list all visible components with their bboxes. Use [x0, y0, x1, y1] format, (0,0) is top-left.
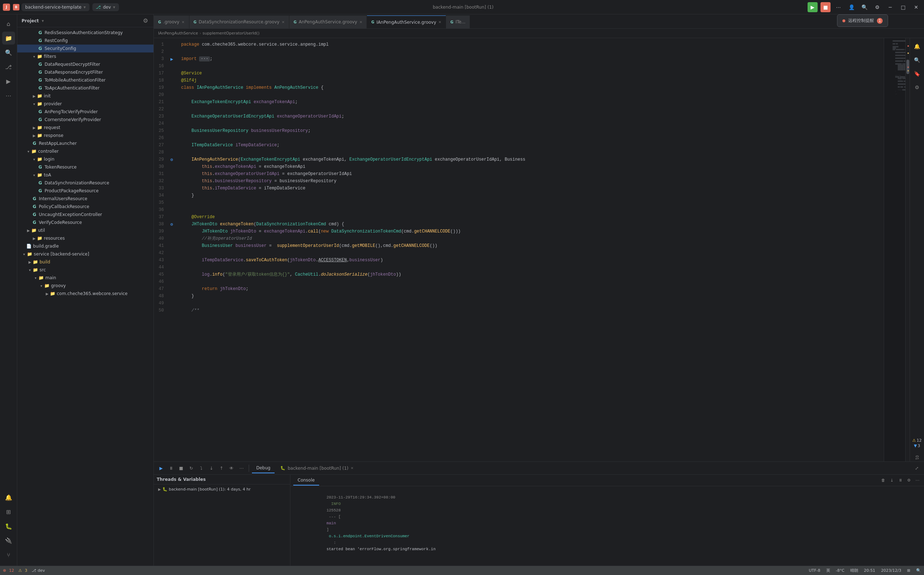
file-tree-content[interactable]: G RedisSessionAuthenticationStrategy G R…	[17, 27, 154, 565]
settings-button[interactable]: ⚙	[872, 2, 882, 12]
project-selector[interactable]: backend-service-template ▾	[22, 3, 89, 11]
tree-item-tomobileauth[interactable]: G ToMobileAuthenticationFilter	[17, 76, 154, 84]
tree-item-datarequestdecrypt[interactable]: G DataRequestDecryptFilter	[17, 60, 154, 68]
sidebar-icon-vcs[interactable]: ⎇	[2, 60, 15, 73]
branch-selector[interactable]: ⎇ dev ▾	[92, 3, 119, 11]
debug-pause-btn[interactable]: ⏸	[167, 464, 175, 473]
right-icon-settings[interactable]: ⚙	[912, 82, 922, 93]
debug-restart-btn[interactable]: ↻	[187, 464, 195, 473]
debug-session-item[interactable]: ▶ 🐛 backend-main [bootRun] (1): 4 days, …	[154, 486, 290, 493]
tree-item-init[interactable]: ▶ 📁 init	[17, 92, 154, 100]
console-pause-btn[interactable]: ⏸	[897, 477, 904, 484]
taskbar-search[interactable]: 🔍	[916, 568, 921, 573]
debug-more-btn[interactable]: ⋯	[237, 464, 246, 473]
tree-item-resources[interactable]: ▶ 📁 resources	[17, 234, 154, 242]
tree-item-filters[interactable]: ▾ 📁 filters	[17, 52, 154, 60]
tree-item-src[interactable]: ▾ 📁 src	[17, 266, 154, 274]
gutter-icon-29[interactable]: ⚙	[168, 156, 175, 163]
tree-item-buildgradle[interactable]: 📄 build.gradle	[17, 242, 154, 250]
statusbar-encoding[interactable]: UTF-8	[809, 568, 820, 573]
sidebar-icon-search[interactable]: 🔍	[2, 46, 15, 59]
tab-groovy-1[interactable]: G .groovy ✕	[154, 16, 189, 29]
tree-item-response[interactable]: ▶ 📁 response	[17, 132, 154, 140]
tab-close-3[interactable]: ✕	[359, 20, 362, 24]
maximize-button[interactable]: □	[898, 2, 908, 12]
notification-bar[interactable]: 远程控制提醒 1	[837, 14, 888, 27]
tab-ite[interactable]: G ITe...	[446, 16, 470, 29]
gutter-icon-37[interactable]: ⚙	[168, 221, 175, 228]
sidebar-icon-debug[interactable]: 🐛	[2, 519, 15, 532]
tree-item-policycallback[interactable]: G PolicyCallbackResource	[17, 203, 154, 211]
tree-item-groovy[interactable]: ▾ 📁 groovy	[17, 282, 154, 290]
sidebar-icon-home[interactable]: ⌂	[2, 17, 15, 30]
debug-resume-btn[interactable]: ▶	[157, 464, 165, 473]
tree-item-provider[interactable]: ▾ 📁 provider	[17, 100, 154, 108]
tree-item-productpackage[interactable]: G ProductPackageResource	[17, 187, 154, 195]
console-tab[interactable]: Console	[293, 475, 319, 486]
right-icon-search[interactable]: 🔍	[912, 55, 922, 65]
more-actions-button[interactable]: ⋯	[834, 2, 843, 12]
minimize-button[interactable]: ─	[885, 2, 895, 12]
sidebar-icon-plugins[interactable]: 🔌	[2, 534, 15, 547]
tree-item-toa[interactable]: ▾ 📁 toA	[17, 171, 154, 179]
tree-item-build-folder[interactable]: ▶ 📁 build	[17, 258, 154, 266]
tree-item-cornerstone[interactable]: G CornerstoneVerifyProvider	[17, 116, 154, 124]
sidebar-icon-terminal[interactable]: ⊞	[2, 505, 15, 518]
tab-close-2[interactable]: ✕	[282, 20, 285, 24]
search-button[interactable]: 🔍	[859, 2, 869, 12]
console-clear-btn[interactable]: 🗑	[880, 477, 887, 484]
tree-item-restconfig[interactable]: G RestConfig	[17, 37, 154, 44]
console-output[interactable]: 2023-11-29T16:29:34.392+08:00 INFO 12552…	[291, 486, 924, 565]
console-more-btn[interactable]: ⋯	[914, 477, 921, 484]
tree-item-login[interactable]: ▾ 📁 login	[17, 155, 154, 163]
bottom-tab-session[interactable]: 🐛 backend-main [bootRun] (1) ✕	[276, 463, 357, 473]
file-tree-settings-icon[interactable]: ⚙	[142, 17, 149, 24]
code-editor[interactable]: package com.cheche365.webcore.service.se…	[175, 38, 884, 461]
tab-close-1[interactable]: ✕	[181, 20, 184, 24]
tree-item-verifycode[interactable]: G VerifyCodeResource	[17, 219, 154, 226]
tree-item-anpengtoc[interactable]: G AnPengTocVerifyProvider	[17, 108, 154, 116]
statusbar-branch[interactable]: ⎇ dev	[32, 568, 45, 573]
tree-item-service-backend[interactable]: ▾ 📁 service [backend-service]	[17, 250, 154, 258]
editor-scrollbar[interactable]	[905, 38, 910, 461]
tree-item-com[interactable]: ▶ 📁 com.cheche365.webcore.service	[17, 290, 154, 297]
debug-step-into-btn[interactable]: ↓	[207, 464, 216, 473]
sidebar-icon-run[interactable]: ▶	[2, 75, 15, 88]
tree-item-restapplauncher[interactable]: G RestAppLauncher	[17, 140, 154, 147]
statusbar-errors[interactable]: 12	[9, 568, 14, 573]
breadcrumb-part1[interactable]: IAnPengAuthService	[158, 31, 198, 36]
tree-item-controller[interactable]: ▾ 📁 controller	[17, 147, 154, 155]
debug-step-out-btn[interactable]: ↑	[217, 464, 226, 473]
debug-step-over-btn[interactable]: ⤵	[197, 464, 206, 473]
session-close-icon[interactable]: ✕	[351, 466, 353, 470]
tree-item-util[interactable]: ▶ 📁 util	[17, 226, 154, 234]
breadcrumb-part2[interactable]: supplementOperatorUserId()	[203, 31, 259, 36]
sidebar-icon-git[interactable]: ⑂	[2, 548, 15, 561]
tab-close-4[interactable]: ✕	[438, 20, 441, 24]
tree-item-securityconfig[interactable]: G SecurityConfig	[17, 44, 154, 52]
statusbar-warnings[interactable]: 3	[25, 568, 27, 573]
tree-item-internalusers[interactable]: G InternalUsersResource	[17, 195, 154, 203]
tree-item-main[interactable]: ▾ 📁 main	[17, 274, 154, 282]
stop-button[interactable]: ■	[821, 2, 830, 12]
tree-item-uncaughtexception[interactable]: G UncaughtExceptionController	[17, 211, 154, 219]
tree-item-redis[interactable]: G RedisSessionAuthenticationStrategy	[17, 29, 154, 37]
user-button[interactable]: 👤	[846, 2, 856, 12]
right-icon-bookmark[interactable]: 🔖	[912, 68, 922, 79]
tab-datasync[interactable]: G DataSynchronizationResource.groovy ✕	[189, 16, 289, 29]
debug-view-btn[interactable]: 👁	[227, 464, 236, 473]
sidebar-icon-project[interactable]: 📁	[2, 32, 15, 44]
tab-anpengauth[interactable]: G AnPengAuthService.groovy ✕	[289, 16, 367, 29]
gutter-collapse-3[interactable]: ▶	[168, 56, 175, 62]
tab-ianpengauth[interactable]: G IAnPengAuthService.groovy ✕	[367, 16, 446, 29]
bottom-tab-debug[interactable]: Debug	[252, 463, 275, 473]
tree-item-request[interactable]: ▶ 📁 request	[17, 124, 154, 132]
tree-item-dataresponseencrypt[interactable]: G DataResponseEncryptFilter	[17, 68, 154, 76]
tree-item-toapcauth[interactable]: G ToApcAuthenticationFilter	[17, 84, 154, 92]
sidebar-icon-notifications[interactable]: 🔔	[2, 491, 15, 504]
console-scroll-btn[interactable]: ⤓	[888, 477, 895, 484]
run-button[interactable]: ▶	[808, 2, 818, 12]
sidebar-icon-more[interactable]: ⋯	[2, 89, 15, 102]
console-settings-btn[interactable]: ⚙	[905, 477, 913, 484]
panel-maximize-btn[interactable]: ⤢	[913, 464, 921, 473]
